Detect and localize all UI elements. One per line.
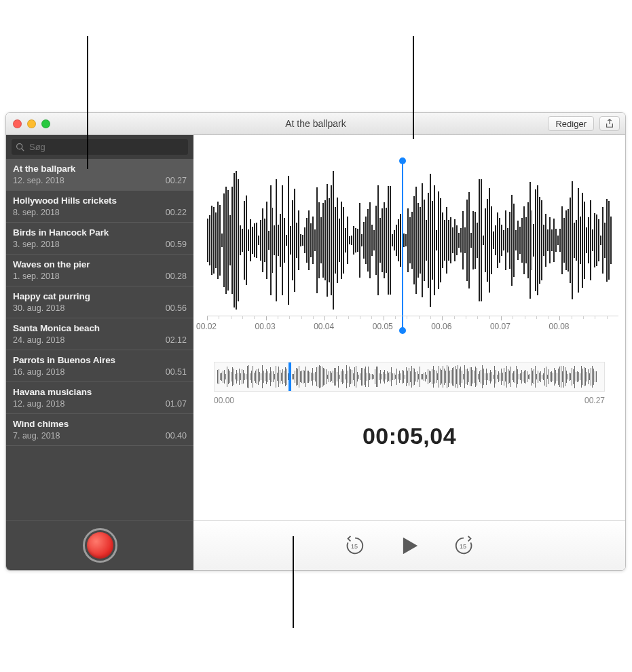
record-button[interactable] [83,528,117,563]
recording-item[interactable]: Waves on the pier1. sep. 201800.28 [6,255,193,286]
recording-item[interactable]: Santa Monica beach24. aug. 201802.12 [6,318,193,350]
skip-forward-button[interactable]: 15 [451,534,476,558]
recording-duration: 00.59 [166,240,187,249]
recording-title: At the ballpark [13,164,187,174]
overview-end-label: 00.27 [584,396,605,405]
recording-duration: 00.28 [166,272,187,281]
recording-date: 12. aug. 2018 [13,399,64,409]
recording-date: 1. sep. 2018 [13,272,60,281]
tick-label: 00.02 [196,322,217,331]
recording-title: Parrots in Buenos Aires [13,355,187,365]
timeline-ruler: 00.0200.0300.0400.0500.0600.0700.08 [207,316,618,337]
tick-label: 00.04 [314,322,334,331]
waveform-zoom-view[interactable]: 00.0200.0300.0400.0500.0600.0700.08 [193,135,625,337]
recording-title: Santa Monica beach [13,323,187,333]
svg-point-0 [17,144,22,149]
search-icon [16,143,24,151]
recording-item[interactable]: Hollywood Hills crickets8. sep. 201800.2… [6,191,193,223]
traffic-lights [13,119,50,128]
record-icon [87,532,113,559]
waveform-overview[interactable] [214,362,605,392]
tick-label: 00.07 [490,322,510,331]
recording-date: 16. aug. 2018 [13,367,64,377]
recording-item[interactable]: Parrots in Buenos Aires16. aug. 201800.5… [6,350,193,382]
recording-duration: 02.12 [166,335,187,345]
share-icon [605,119,614,128]
recording-duration: 00.27 [166,176,187,185]
search-input[interactable] [12,139,188,155]
playhead[interactable] [402,161,403,331]
recording-duration: 00.56 [166,303,187,313]
recording-date: 7. aug. 2018 [13,431,60,441]
recording-date: 12. sep. 2018 [13,176,64,185]
recording-date: 3. sep. 2018 [13,240,60,249]
timecode-display: 00:05,04 [214,423,605,449]
recording-title: Birds in Hancock Park [13,227,187,238]
recording-title: Happy cat purring [13,291,187,301]
window-title: At the ballpark [6,118,625,129]
recording-item[interactable]: Birds in Hancock Park3. sep. 201800.59 [6,223,193,255]
recording-date: 8. sep. 2018 [13,208,60,217]
zoom-window-button[interactable] [41,119,50,128]
recording-date: 24. aug. 2018 [13,335,64,345]
sidebar: At the ballpark12. sep. 201800.27Hollywo… [6,135,193,570]
playback-controls: 15 15 [193,520,625,570]
minimize-window-button[interactable] [27,119,36,128]
recording-title: Wind chimes [13,419,187,429]
recording-date: 30. aug. 2018 [13,303,64,313]
tick-label: 00.05 [373,322,393,331]
recording-title: Waves on the pier [13,259,187,269]
recording-item[interactable]: Happy cat purring30. aug. 201800.56 [6,286,193,318]
recording-duration: 01.07 [166,399,187,409]
recording-title: Havana musicians [13,387,187,397]
recording-duration: 00.40 [166,431,187,441]
tick-label: 00.06 [431,322,451,331]
recording-item[interactable]: At the ballpark12. sep. 201800.27 [6,159,193,191]
tick-label: 00.03 [255,322,276,331]
callout-line [413,36,414,139]
close-window-button[interactable] [13,119,22,128]
play-icon [397,533,422,557]
share-button[interactable] [599,116,620,131]
tick-label: 00.08 [549,322,569,331]
app-window: At the ballpark Rediger At the ballpark1… [5,112,626,571]
overview-playhead[interactable] [289,362,291,392]
recording-item[interactable]: Havana musicians12. aug. 201801.07 [6,382,193,414]
recording-duration: 00.22 [166,208,187,217]
edit-button[interactable]: Rediger [548,116,594,131]
main-panel: 00.0200.0300.0400.0500.0600.0700.08 00.0… [193,135,625,570]
titlebar: At the ballpark Rediger [6,113,625,135]
play-button[interactable] [397,534,422,558]
recording-duration: 00.51 [166,367,187,377]
recordings-list: At the ballpark12. sep. 201800.27Hollywo… [6,159,193,520]
callout-line [293,536,294,628]
recording-item[interactable]: Wind chimes7. aug. 201800.40 [6,414,193,446]
recording-title: Hollywood Hills crickets [13,195,187,206]
callout-line [87,36,88,169]
overview-start-label: 00.00 [214,396,234,405]
skip-back-button[interactable]: 15 [343,534,367,558]
